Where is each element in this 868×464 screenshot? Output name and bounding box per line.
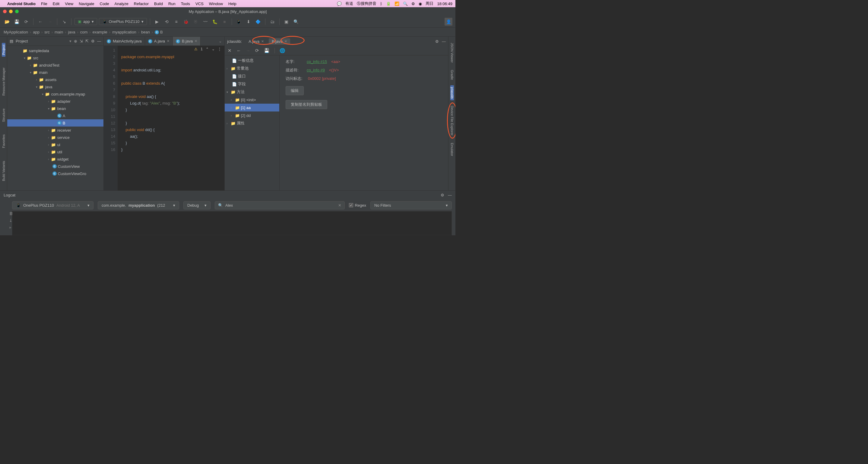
menu-refactor[interactable]: Refactor bbox=[134, 1, 149, 6]
logcat-search[interactable]: 🔍✕ bbox=[215, 201, 345, 209]
select-opened-icon[interactable]: ⊕ bbox=[74, 39, 77, 43]
tab-a[interactable]: CA.java✕ bbox=[145, 37, 173, 45]
clear-icon[interactable]: ✕ bbox=[338, 203, 341, 208]
hide-icon[interactable]: — bbox=[442, 39, 446, 44]
tree-adapter[interactable]: adapter bbox=[57, 99, 70, 104]
more-icon[interactable]: » bbox=[9, 225, 13, 230]
menu-window[interactable]: Window bbox=[209, 1, 223, 6]
crumb-project[interactable]: MyApplication bbox=[4, 30, 28, 34]
sogou-icon[interactable]: Ⓢ 搜狗拼音 bbox=[357, 1, 376, 6]
tree-receiver[interactable]: receiver bbox=[57, 128, 71, 133]
hide-icon[interactable]: — bbox=[448, 193, 452, 197]
tree-class-a[interactable]: A bbox=[63, 113, 65, 118]
crumb-package[interactable]: myapplication bbox=[112, 30, 136, 34]
crumb-main[interactable]: main bbox=[55, 30, 63, 34]
search-everywhere-icon[interactable]: 🔍 bbox=[292, 18, 300, 26]
menu-analyze[interactable]: Analyze bbox=[115, 1, 128, 6]
web-icon[interactable]: 🌐 bbox=[280, 48, 285, 53]
jclasslib-tab-a[interactable]: A.java✕ bbox=[246, 38, 267, 44]
menu-tools[interactable]: Tools bbox=[181, 1, 190, 6]
menu-run[interactable]: Run bbox=[168, 1, 176, 6]
logcat-search-input[interactable] bbox=[225, 203, 336, 208]
back-icon[interactable]: ← bbox=[237, 48, 241, 53]
menu-app[interactable]: Android Studio bbox=[7, 1, 36, 6]
project-structure-icon[interactable]: 🗂 bbox=[269, 18, 276, 26]
code-editor[interactable]: 12345678910111213141516 package com.exam… bbox=[104, 46, 224, 191]
apply-code-icon[interactable]: ≡ bbox=[173, 18, 180, 26]
tree-ui[interactable]: ui bbox=[57, 142, 60, 147]
logcat-filter-combo[interactable]: No Filters▾ bbox=[370, 201, 452, 209]
prev-highlight-icon[interactable]: ⌃ bbox=[206, 47, 209, 51]
profile-icon[interactable]: 〰 bbox=[202, 18, 209, 26]
save-icon[interactable]: 💾 bbox=[264, 48, 270, 53]
battery-icon[interactable]: 🔋 bbox=[386, 1, 391, 6]
tree-class-b[interactable]: B bbox=[63, 121, 65, 125]
tree-main[interactable]: main bbox=[39, 70, 48, 75]
menu-view[interactable]: View bbox=[65, 1, 73, 6]
clock-day[interactable]: 周日 bbox=[426, 1, 433, 6]
close-icon[interactable]: ✕ bbox=[261, 39, 264, 43]
tree-util[interactable]: util bbox=[57, 150, 62, 154]
tree-assets[interactable]: assets bbox=[45, 77, 57, 82]
jt-method-dd[interactable]: [2] dd bbox=[241, 113, 251, 118]
tree-java[interactable]: java bbox=[45, 85, 53, 89]
scroll-end-icon[interactable]: ⤓ bbox=[9, 218, 13, 223]
crumb-java[interactable]: java bbox=[68, 30, 75, 34]
youdao-icon[interactable]: 有道 bbox=[345, 1, 353, 6]
open-icon[interactable]: 📂 bbox=[3, 18, 11, 26]
regex-checkbox[interactable]: ✓Regex bbox=[349, 203, 366, 208]
tree-service[interactable]: service bbox=[57, 135, 70, 140]
tool-build-variants[interactable]: Build Variants bbox=[2, 159, 5, 183]
tree-sampledata[interactable]: sampledata bbox=[29, 48, 49, 53]
tool-resource-manager[interactable]: Resource Manager bbox=[2, 66, 5, 98]
wifi-icon[interactable]: 📶 bbox=[395, 1, 399, 6]
crumb-class[interactable]: B bbox=[160, 30, 163, 34]
tool-jclasslib[interactable]: jclasslib bbox=[450, 85, 454, 101]
tree-widget[interactable]: widget bbox=[57, 157, 69, 162]
window-minimize-button[interactable] bbox=[9, 10, 13, 13]
next-highlight-icon[interactable]: ⌄ bbox=[212, 47, 215, 51]
expand-all-icon[interactable]: ⇲ bbox=[80, 39, 83, 43]
device-combo[interactable]: 📱OnePlus PGZ110▾ bbox=[99, 18, 147, 25]
project-panel-title[interactable]: Project bbox=[16, 39, 67, 43]
tool-emulator[interactable]: Emulator bbox=[450, 141, 454, 158]
tabs-dropdown-icon[interactable]: ⌄ bbox=[216, 39, 224, 43]
gradle-sync-icon[interactable]: 🔷 bbox=[254, 18, 262, 26]
window-close-button[interactable] bbox=[3, 10, 7, 13]
logcat-process-combo[interactable]: com.example.myapplication (212▾ bbox=[98, 201, 179, 209]
run-icon[interactable]: ▶ bbox=[153, 18, 161, 26]
avd-icon[interactable]: 📱 bbox=[235, 18, 243, 26]
control-center-icon[interactable]: ⚙ bbox=[411, 1, 415, 6]
menu-build[interactable]: Build bbox=[154, 1, 163, 6]
hide-icon[interactable]: — bbox=[97, 39, 101, 43]
clock-time[interactable]: 18:06:49 bbox=[437, 1, 453, 6]
copy-signature-button[interactable]: 复制签名到剪贴板 bbox=[286, 100, 327, 109]
crumb-bean[interactable]: bean bbox=[141, 30, 150, 34]
tree-androidtest[interactable]: androidTest bbox=[39, 63, 59, 67]
tool-gradle[interactable]: Gradle bbox=[450, 68, 454, 81]
gear-icon[interactable]: ⚙ bbox=[435, 39, 439, 44]
tree-customviewgroup[interactable]: CustomViewGro bbox=[58, 171, 86, 176]
tree-customview[interactable]: CustomView bbox=[58, 164, 80, 169]
tree-src[interactable]: src bbox=[33, 56, 38, 60]
forward-icon[interactable]: → bbox=[246, 48, 250, 53]
tree-package[interactable]: com.example.myap bbox=[51, 92, 85, 96]
tool-project[interactable]: Project bbox=[2, 43, 5, 57]
edit-button[interactable]: 编辑 bbox=[286, 86, 304, 95]
trash-icon[interactable]: 🗑 bbox=[9, 211, 13, 216]
wechat-icon[interactable]: 💬 bbox=[337, 1, 342, 6]
close-icon[interactable]: ✕ bbox=[228, 48, 231, 53]
menu-code[interactable]: Code bbox=[100, 1, 109, 6]
crumb-com[interactable]: com bbox=[80, 30, 88, 34]
menu-file[interactable]: File bbox=[41, 1, 48, 6]
crumb-example[interactable]: example bbox=[93, 30, 107, 34]
tool-device-file-explorer[interactable]: Device File Explorer bbox=[450, 104, 454, 137]
tab-mainactivity[interactable]: CMainActivity.java bbox=[104, 37, 145, 45]
close-icon[interactable]: ✕ bbox=[194, 39, 197, 43]
sdk-icon[interactable]: ⬇ bbox=[245, 18, 252, 26]
close-icon[interactable]: ✕ bbox=[284, 39, 287, 43]
tab-b[interactable]: CB.java✕ bbox=[173, 37, 200, 45]
user-icon[interactable]: 👤 bbox=[444, 18, 453, 26]
jclasslib-tree[interactable]: 📄 一般信息 ›📁 常量池 📄 接口 📄 字段 ▾📁 方法 ›📁 [0] <in… bbox=[225, 56, 280, 191]
back-icon[interactable]: ← bbox=[36, 18, 44, 26]
